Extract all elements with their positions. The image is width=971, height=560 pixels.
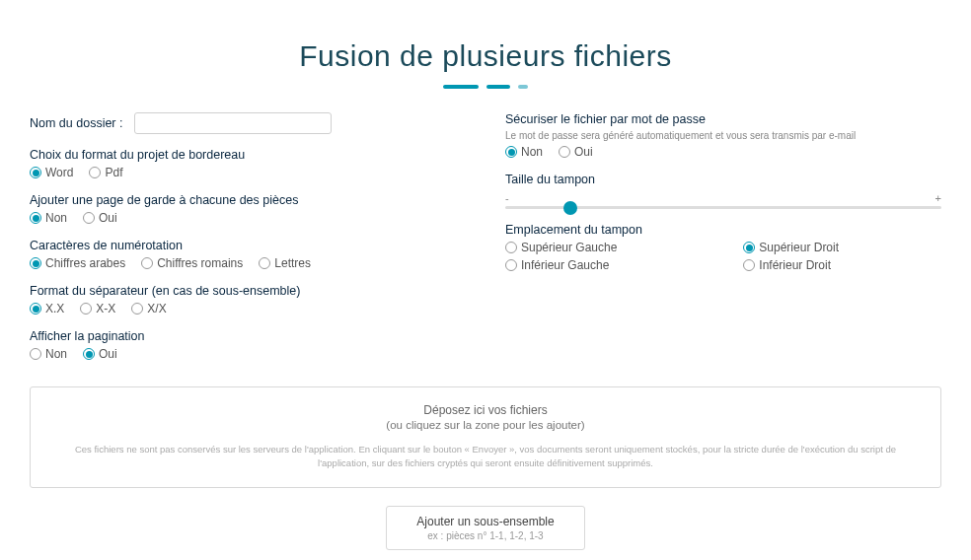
format-choice-field: Choix du format du projet de bordereau W… <box>30 148 466 179</box>
pagination-oui-radio[interactable]: Oui <box>83 347 117 361</box>
stamp-sup-droit-radio[interactable]: Supérieur Droit <box>743 241 941 254</box>
stamp-size-label: Taille du tampon <box>505 173 941 186</box>
secure-label: Sécuriser le fichier par mot de passe <box>505 112 941 126</box>
cover-page-label: Ajouter une page de garde à chacune des … <box>30 193 466 207</box>
slider-min: - <box>505 192 509 204</box>
separator-dash-radio[interactable]: X-X <box>80 302 115 315</box>
folder-name-field: Nom du dossier : <box>30 112 466 134</box>
pagination-non-radio[interactable]: Non <box>30 347 67 361</box>
format-word-radio[interactable]: Word <box>30 166 73 179</box>
cover-oui-radio[interactable]: Oui <box>83 211 117 225</box>
separator-dot-radio[interactable]: X.X <box>30 302 64 315</box>
numbering-letters-radio[interactable]: Lettres <box>259 256 311 270</box>
page-title: Fusion de plusieurs fichiers <box>0 39 971 73</box>
file-dropzone[interactable]: Déposez ici vos fichiers (ou cliquez sur… <box>30 386 941 488</box>
add-subset-box[interactable]: Ajouter un sous-ensemble ex : pièces n° … <box>386 506 584 550</box>
pagination-field: Afficher la pagination Non Oui <box>30 329 466 361</box>
add-subset-hint: ex : pièces n° 1-1, 1-2, 1-3 <box>416 530 554 541</box>
secure-non-radio[interactable]: Non <box>505 145 543 159</box>
pagination-label: Afficher la pagination <box>30 329 466 343</box>
format-choice-label: Choix du format du projet de bordereau <box>30 148 466 162</box>
stamp-inf-gauche-radio[interactable]: Inférieur Gauche <box>505 258 719 272</box>
slider-thumb[interactable] <box>563 201 577 215</box>
separator-field: Format du séparateur (en cas de sous-ens… <box>30 284 466 315</box>
cover-page-field: Ajouter une page de garde à chacune des … <box>30 193 466 225</box>
numbering-label: Caractères de numérotation <box>30 239 466 252</box>
title-underline <box>0 85 971 89</box>
stamp-size-field: Taille du tampon - + <box>505 173 941 209</box>
numbering-field: Caractères de numérotation Chiffres arab… <box>30 239 466 270</box>
stamp-sup-gauche-radio[interactable]: Supérieur Gauche <box>505 241 719 254</box>
format-pdf-radio[interactable]: Pdf <box>89 166 122 179</box>
stamp-size-slider[interactable]: - + <box>505 192 941 209</box>
dropzone-disclaimer: Ces fichiers ne sont pas conservés sur l… <box>51 443 920 471</box>
secure-oui-radio[interactable]: Oui <box>559 145 593 159</box>
folder-name-input[interactable] <box>134 112 332 134</box>
stamp-inf-droit-radio[interactable]: Inférieur Droit <box>743 258 941 272</box>
slider-max: + <box>935 192 941 204</box>
dropzone-line2: (ou cliquez sur la zone pour les ajouter… <box>50 419 921 431</box>
folder-name-label: Nom du dossier : <box>30 116 122 130</box>
cover-non-radio[interactable]: Non <box>30 211 67 225</box>
separator-label: Format du séparateur (en cas de sous-ens… <box>30 284 466 298</box>
stamp-position-field: Emplacement du tampon Supérieur Gauche S… <box>505 223 941 272</box>
secure-sublabel: Le mot de passe sera généré automatiquem… <box>505 130 941 141</box>
numbering-roman-radio[interactable]: Chiffres romains <box>141 256 243 270</box>
numbering-arabic-radio[interactable]: Chiffres arabes <box>30 256 125 270</box>
secure-field: Sécuriser le fichier par mot de passe Le… <box>505 112 941 159</box>
dropzone-line1: Déposez ici vos fichiers <box>50 403 921 417</box>
separator-slash-radio[interactable]: X/X <box>131 302 166 315</box>
stamp-position-label: Emplacement du tampon <box>505 223 941 237</box>
add-subset-title: Ajouter un sous-ensemble <box>416 515 554 528</box>
